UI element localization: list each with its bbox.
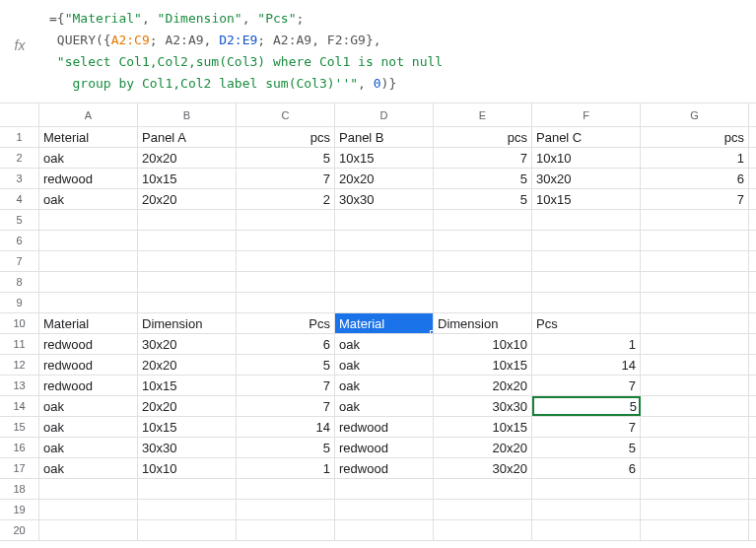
cell[interactable]: redwood xyxy=(39,355,138,375)
cell[interactable] xyxy=(532,251,641,271)
cell[interactable] xyxy=(641,313,749,333)
cell[interactable]: Meterial xyxy=(39,127,138,147)
cell[interactable]: pcs xyxy=(237,127,335,147)
cell[interactable] xyxy=(237,479,335,499)
cell[interactable] xyxy=(641,251,749,271)
row-header[interactable]: 9 xyxy=(0,293,39,312)
cell[interactable]: 10x10 xyxy=(434,334,532,354)
cell[interactable] xyxy=(138,251,237,271)
corner-cell[interactable] xyxy=(0,103,39,126)
cell[interactable] xyxy=(138,479,237,499)
cell[interactable] xyxy=(641,293,749,312)
cell[interactable] xyxy=(641,272,749,292)
cell[interactable]: Panel B xyxy=(335,127,434,147)
row-header[interactable]: 8 xyxy=(0,272,39,292)
row-header[interactable]: 17 xyxy=(0,458,39,478)
row-header[interactable]: 2 xyxy=(0,148,39,168)
row-header[interactable]: 1 xyxy=(0,127,39,147)
cell[interactable] xyxy=(237,272,335,292)
row-header[interactable]: 19 xyxy=(0,500,39,519)
cell[interactable]: Pcs xyxy=(237,313,335,333)
cell[interactable]: 14 xyxy=(532,355,641,375)
cell[interactable]: 7 xyxy=(532,376,641,395)
formula-input[interactable]: ={"Material", "Dimension", "Pcs"; QUERY(… xyxy=(39,8,756,95)
cell[interactable] xyxy=(641,500,749,519)
cell[interactable]: 20x20 xyxy=(434,438,532,457)
cell[interactable]: 20x20 xyxy=(138,189,237,209)
cell[interactable] xyxy=(335,272,434,292)
cell[interactable]: Panel C xyxy=(532,127,641,147)
cell[interactable] xyxy=(138,210,237,230)
row-header[interactable]: 4 xyxy=(0,189,39,209)
cell[interactable]: 7 xyxy=(434,148,532,168)
cell[interactable] xyxy=(138,293,237,312)
cell[interactable] xyxy=(237,293,335,312)
col-header-g[interactable]: G xyxy=(641,103,749,126)
cell[interactable] xyxy=(335,231,434,250)
cell[interactable]: 6 xyxy=(237,334,335,354)
row-header[interactable]: 20 xyxy=(0,520,39,540)
cell[interactable] xyxy=(39,251,138,271)
row-header[interactable]: 7 xyxy=(0,251,39,271)
cell[interactable] xyxy=(237,251,335,271)
cell[interactable]: oak xyxy=(335,334,434,354)
cell[interactable]: redwood xyxy=(335,438,434,457)
cell[interactable]: 7 xyxy=(237,396,335,416)
cell[interactable] xyxy=(434,520,532,540)
cell[interactable] xyxy=(434,231,532,250)
cell[interactable] xyxy=(532,500,641,519)
cell[interactable] xyxy=(237,210,335,230)
cell[interactable] xyxy=(138,520,237,540)
cell[interactable] xyxy=(39,210,138,230)
col-header-f[interactable]: F xyxy=(532,103,641,126)
row-header[interactable]: 11 xyxy=(0,334,39,354)
cell[interactable] xyxy=(138,231,237,250)
cell[interactable]: 5 xyxy=(434,169,532,188)
cell[interactable] xyxy=(532,272,641,292)
cell[interactable]: 7 xyxy=(237,169,335,188)
cell[interactable]: oak xyxy=(335,355,434,375)
cell[interactable] xyxy=(237,500,335,519)
cell[interactable]: redwood xyxy=(39,169,138,188)
cell[interactable] xyxy=(434,251,532,271)
cell[interactable] xyxy=(237,520,335,540)
row-header[interactable]: 3 xyxy=(0,169,39,188)
row-header[interactable]: 16 xyxy=(0,438,39,457)
cell[interactable] xyxy=(641,334,749,354)
row-header[interactable]: 12 xyxy=(0,355,39,375)
cell[interactable]: 5 xyxy=(434,189,532,209)
cell[interactable] xyxy=(532,210,641,230)
cell[interactable]: 6 xyxy=(532,458,641,478)
row-header[interactable]: 13 xyxy=(0,376,39,395)
fill-handle-icon[interactable] xyxy=(430,330,434,333)
row-header[interactable]: 5 xyxy=(0,210,39,230)
row-header[interactable]: 10 xyxy=(0,313,39,333)
cell[interactable]: redwood xyxy=(39,334,138,354)
cell[interactable] xyxy=(39,293,138,312)
cell[interactable]: redwood xyxy=(335,417,434,437)
cell[interactable]: 10x10 xyxy=(532,148,641,168)
cell[interactable] xyxy=(532,520,641,540)
cell[interactable] xyxy=(335,293,434,312)
cell[interactable] xyxy=(641,458,749,478)
cell[interactable] xyxy=(39,272,138,292)
cell[interactable]: 1 xyxy=(237,458,335,478)
cell[interactable] xyxy=(237,231,335,250)
cell[interactable]: 5 xyxy=(237,148,335,168)
col-header-a[interactable]: A xyxy=(39,103,138,126)
cell[interactable]: 20x20 xyxy=(138,396,237,416)
cell[interactable] xyxy=(335,210,434,230)
cell[interactable] xyxy=(641,520,749,540)
cell[interactable] xyxy=(532,231,641,250)
cell[interactable] xyxy=(39,479,138,499)
cell[interactable]: 10x10 xyxy=(138,458,237,478)
row-header[interactable]: 18 xyxy=(0,479,39,499)
cell[interactable] xyxy=(434,272,532,292)
cell[interactable]: 7 xyxy=(641,189,749,209)
row-header[interactable]: 6 xyxy=(0,231,39,250)
col-header-b[interactable]: B xyxy=(138,103,237,126)
cell[interactable]: 6 xyxy=(641,169,749,188)
cell[interactable]: pcs xyxy=(641,127,749,147)
cell[interactable]: oak xyxy=(39,189,138,209)
cell[interactable]: Pcs xyxy=(532,313,641,333)
